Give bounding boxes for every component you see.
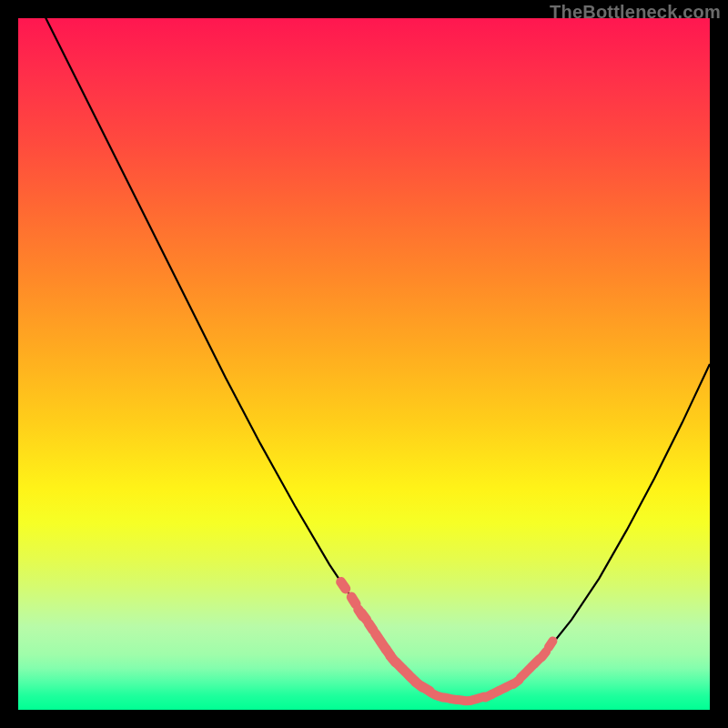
plot-area (18, 18, 710, 710)
bottleneck-curve-svg (18, 18, 710, 710)
bottleneck-curve (18, 0, 710, 701)
curve-group (18, 0, 710, 701)
markers-left (334, 575, 437, 698)
markers-right (480, 635, 560, 704)
chart-frame: TheBottleneck.com (0, 0, 728, 728)
watermark: TheBottleneck.com (550, 2, 721, 23)
